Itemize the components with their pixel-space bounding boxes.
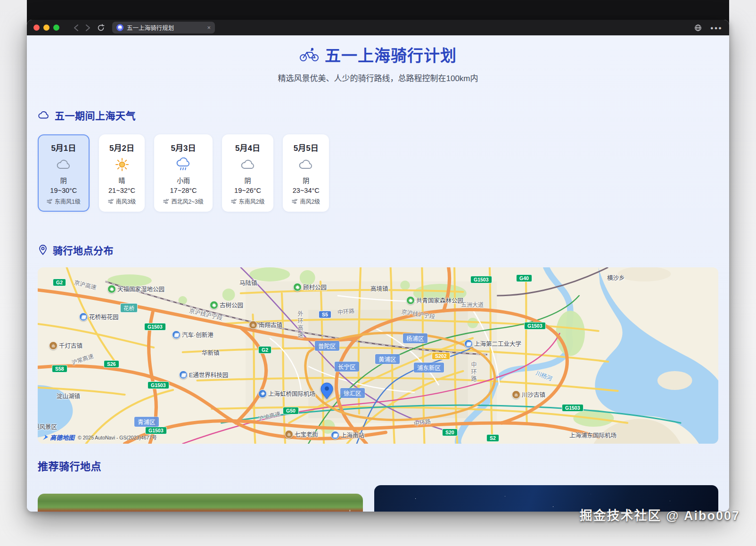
tree-poi-icon: ♣ xyxy=(210,301,218,309)
browser-titlebar: 五一上海骑行规划 × ●●● xyxy=(27,20,729,35)
location-pin-icon xyxy=(38,244,48,256)
map-label-t: ▤E通世界科技园 xyxy=(179,370,228,379)
weather-temp: 21~32°C xyxy=(108,187,136,194)
cloud-icon xyxy=(38,110,50,120)
weather-condition: 小雨 xyxy=(163,175,203,185)
weather-date: 5月4日 xyxy=(231,141,265,153)
weather-wind: 西北风2~3级 xyxy=(163,197,203,205)
back-button[interactable] xyxy=(74,24,79,32)
map-label-t: 横沙乡 xyxy=(607,273,625,282)
browser-menu-button[interactable]: ●●● xyxy=(710,25,723,31)
map-label-rg: S26 xyxy=(104,360,119,368)
tab-title: 五一上海骑行规划 xyxy=(127,23,204,32)
map-label-d: 普陀区 xyxy=(315,341,339,351)
map-label-rg: G1503 xyxy=(470,276,492,283)
map-label-rg: G50 xyxy=(283,407,299,414)
map-labels-layer: G2京沪高速♣天福国家湿地公园马陆镇♣顾村公园♣古树公园花桥▤花桥裕花园京沪线沪… xyxy=(38,267,718,444)
map-label-rn: 京沪高速 xyxy=(74,278,98,291)
weather-condition: 阴 xyxy=(231,175,265,185)
map-label-t: ▣上海南站 xyxy=(331,430,364,439)
map-label-d: 徐汇区 xyxy=(340,388,365,398)
map-label-rg: S20 xyxy=(442,429,458,436)
weather-condition: 阴 xyxy=(292,175,320,185)
map-label-rg: G1503 xyxy=(148,381,169,389)
weather-temp: 17~28°C xyxy=(163,187,203,194)
close-window-button[interactable] xyxy=(33,25,40,31)
weather-card-day4[interactable]: 5月4日阴19~26°C东南风2级 xyxy=(222,134,274,212)
map-label-d: 青浦区 xyxy=(134,417,159,427)
recommend-card-flower-field-photo[interactable] xyxy=(38,494,363,512)
forward-button[interactable] xyxy=(85,24,90,32)
fullscreen-window-button[interactable] xyxy=(53,25,59,31)
browser-window: 五一上海骑行规划 × ●●● 五一上海骑行计划 xyxy=(27,20,729,512)
minimize-window-button[interactable] xyxy=(43,25,49,31)
map-label-t: ♣天福国家湿地公园 xyxy=(107,284,164,293)
bldg-poi-icon: ▤ xyxy=(464,339,473,348)
reload-icon xyxy=(97,24,105,32)
map-label-t: ♣顾村公园 xyxy=(293,282,327,291)
weather-date: 5月5日 xyxy=(292,141,320,153)
tab-close-button[interactable]: × xyxy=(207,25,211,31)
map-label-t: 上海浦东国际机场 xyxy=(569,430,616,439)
weather-card-day2[interactable]: 5月2日晴21~32°C南风3级 xyxy=(99,134,145,212)
weather-condition: 阴 xyxy=(47,175,81,185)
map-label-rg: G1503 xyxy=(562,404,583,412)
old-poi-icon: ⌂ xyxy=(49,341,58,350)
map-label-rg: G2 xyxy=(258,346,271,354)
map-label-rn: 中环路 xyxy=(469,362,477,383)
map-label-rg: S58 xyxy=(52,365,67,372)
map-label-rg: G40 xyxy=(516,274,532,282)
map-label-rn: 沪渝高速 xyxy=(257,409,281,422)
map-label-rb: S5 xyxy=(319,311,331,318)
wind-icon xyxy=(163,199,169,204)
weather-wind: 南风3级 xyxy=(108,197,136,205)
map-label-tb: 花桥 xyxy=(120,303,138,313)
traffic-lights xyxy=(33,25,59,31)
map-label-t: ⌂七宝老街 xyxy=(285,430,318,438)
map-label-t: ▤上海第二工业大学 xyxy=(464,339,521,348)
wind-icon xyxy=(47,199,53,204)
globe-icon[interactable] xyxy=(694,24,702,32)
map-label-t: 淀山湖镇 xyxy=(57,391,80,400)
weather-cloudy-icon xyxy=(231,156,265,173)
amap-logo-icon xyxy=(42,434,49,440)
weather-temp: 19~26°C xyxy=(231,187,265,194)
watermark: 掘金技术社区 @ Aibo007 xyxy=(580,505,740,524)
weather-wind: 南风2级 xyxy=(292,197,320,205)
reload-button[interactable] xyxy=(97,24,105,32)
map-label-t: 淀山湖风景区 xyxy=(38,422,57,431)
map-label-t: 高境镇 xyxy=(370,284,388,293)
map-canvas[interactable]: G2京沪高速♣天福国家湿地公园马陆镇♣顾村公园♣古树公园花桥▤花桥裕花园京沪线沪… xyxy=(38,267,718,444)
map-label-t: ⌂千灯古镇 xyxy=(49,341,82,350)
map-label-t: 马陆镇 xyxy=(239,278,257,287)
map-label-t: ✈上海虹桥国际机场 xyxy=(258,389,315,398)
map-label-t: ♣共青国家森林公园 xyxy=(406,296,463,305)
map-copyright: © 2025 AutoNavi - GS(2023)4677号 xyxy=(78,434,157,441)
bldg-poi-icon: ▤ xyxy=(179,371,188,379)
weather-card-day1[interactable]: 5月1日阴19~30°C东南风1级 xyxy=(38,134,90,212)
map-label-rn: 五洲大道 xyxy=(461,300,484,308)
map-label-t: ⌂川沙古镇 xyxy=(512,390,545,399)
browser-tab[interactable]: 五一上海骑行规划 × xyxy=(112,22,215,33)
old-poi-icon: ⌂ xyxy=(285,430,293,438)
map-label-d: 杨浦区 xyxy=(403,333,427,343)
map-label-d: 黄浦区 xyxy=(375,354,400,364)
map-label-t: ▤花桥裕花园 xyxy=(79,312,119,321)
back-icon xyxy=(74,24,79,32)
weather-date: 5月3日 xyxy=(163,141,203,153)
map-label-rn: 外环高速 xyxy=(296,311,304,339)
weather-cloudy-icon xyxy=(47,156,81,173)
amap-logo: 高德地图 xyxy=(42,433,74,442)
weather-cards: 5月1日阴19~30°C东南风1级5月2日晴21~32°C南风3级5月3日小雨1… xyxy=(38,134,718,212)
weather-date: 5月1日 xyxy=(47,141,81,153)
map-pin[interactable] xyxy=(320,382,333,399)
weather-date: 5月2日 xyxy=(108,141,136,153)
map-section-title: 骑行地点分布 xyxy=(53,243,114,257)
weather-temp: 19~30°C xyxy=(47,187,81,194)
weather-card-day3[interactable]: 5月3日小雨17~28°C西北风2~3级 xyxy=(154,134,212,212)
map-label-rg: G1503 xyxy=(144,323,166,331)
weather-card-day5[interactable]: 5月5日阴23~34°C南风2级 xyxy=(283,134,329,212)
tab-favicon xyxy=(116,24,123,31)
map-label-t: ♣古树公园 xyxy=(210,300,243,309)
map-label-t: ▤汽车·创新港 xyxy=(172,330,214,339)
